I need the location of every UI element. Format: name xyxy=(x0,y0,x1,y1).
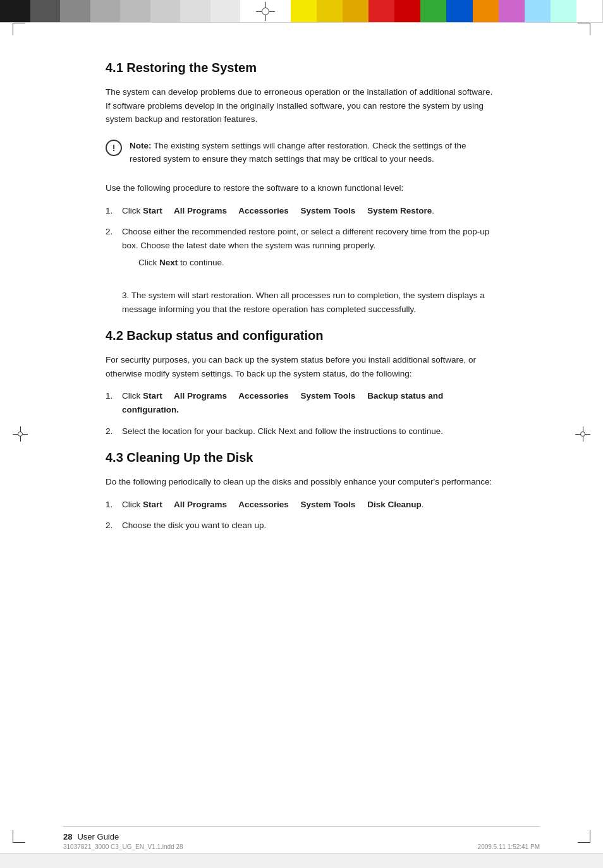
swatch-light-gray xyxy=(210,0,241,22)
swatch-orange-yellow xyxy=(343,0,368,22)
note-icon: ! xyxy=(106,140,122,156)
section-42-title: 4.2 Backup status and configuration xyxy=(106,329,497,343)
swatch-gray4 xyxy=(150,0,181,22)
swatch-black xyxy=(0,0,30,22)
swatch-green xyxy=(420,0,446,22)
swatch-red xyxy=(368,0,394,22)
section-43-intro: Do the following periodically to clean u… xyxy=(106,475,497,489)
bottom-bar xyxy=(0,853,603,868)
swatch-orange xyxy=(473,0,499,22)
swatch-dark-gray xyxy=(30,0,61,22)
note-box: ! Note: The existing system settings wil… xyxy=(106,139,497,166)
side-crosshair-right xyxy=(575,426,590,442)
note-label: Note: xyxy=(130,141,152,150)
section-43-steps: Click Start All Programs Accessories Sys… xyxy=(106,498,497,533)
top-bar-center-crosshair xyxy=(240,0,291,22)
step-42-1: Click Start All Programs Accessories Sys… xyxy=(106,389,497,416)
step-41-3: 3. The system will start restoration. Wh… xyxy=(106,289,497,316)
swatch-gray1 xyxy=(60,0,90,22)
note-body: The existing system settings will change… xyxy=(130,141,466,164)
corner-mark-bl xyxy=(13,830,25,843)
section-41-intro: The system can develop problems due to e… xyxy=(106,85,497,126)
footer-date: 2009.5.11 1:52:41 PM xyxy=(478,843,540,850)
main-content: 4.1 Restoring the System The system can … xyxy=(42,23,561,583)
crosshair-icon xyxy=(256,2,275,21)
footer-page-number: 28 xyxy=(63,832,72,841)
swatch-gray3 xyxy=(120,0,150,22)
step-43-2: Choose the disk you want to clean up. xyxy=(106,519,497,533)
section-41-title: 4.1 Restoring the System xyxy=(106,61,497,75)
footer-label: User Guide xyxy=(77,832,119,841)
section-42-steps: Click Start All Programs Accessories Sys… xyxy=(106,389,497,438)
section-43-title: 4.3 Cleaning Up the Disk xyxy=(106,450,497,465)
step-43-1: Click Start All Programs Accessories Sys… xyxy=(106,498,497,512)
corner-mark-br xyxy=(578,830,590,843)
swatch-yellow2 xyxy=(317,0,343,22)
step-41-2: Choose either the recommended restore po… xyxy=(106,225,497,276)
swatch-blue xyxy=(446,0,472,22)
click-next-41: Click Next to continue. xyxy=(138,256,497,270)
step-41-1: Click Start All Programs Accessories Sys… xyxy=(106,204,497,218)
corner-mark-tl xyxy=(13,23,25,35)
step-42-2: Select the location for your backup. Cli… xyxy=(106,425,497,438)
swatch-purple xyxy=(499,0,525,22)
procedure-intro: Use the following procedure to restore t… xyxy=(106,181,497,195)
section-42-intro: For security purposes, you can back up t… xyxy=(106,353,497,380)
swatch-light-blue xyxy=(525,0,551,22)
note-text: Note: The existing system settings will … xyxy=(130,139,497,166)
swatch-mint xyxy=(551,0,576,22)
swatch-gray5 xyxy=(180,0,210,22)
side-crosshair-left xyxy=(13,426,28,442)
footer: 28 User Guide xyxy=(63,826,540,841)
swatch-yellow xyxy=(291,0,317,22)
swatch-gray2 xyxy=(90,0,121,22)
top-color-bar xyxy=(0,0,603,23)
swatch-dark-red xyxy=(394,0,420,22)
footer-file: 31037821_3000 C3_UG_EN_V1.1.indd 28 xyxy=(63,843,183,850)
section-41-steps: Click Start All Programs Accessories Sys… xyxy=(106,204,497,276)
swatch-white xyxy=(576,0,603,22)
top-bar-left xyxy=(0,0,240,22)
top-bar-right xyxy=(291,0,603,22)
corner-mark-tr xyxy=(578,23,590,35)
